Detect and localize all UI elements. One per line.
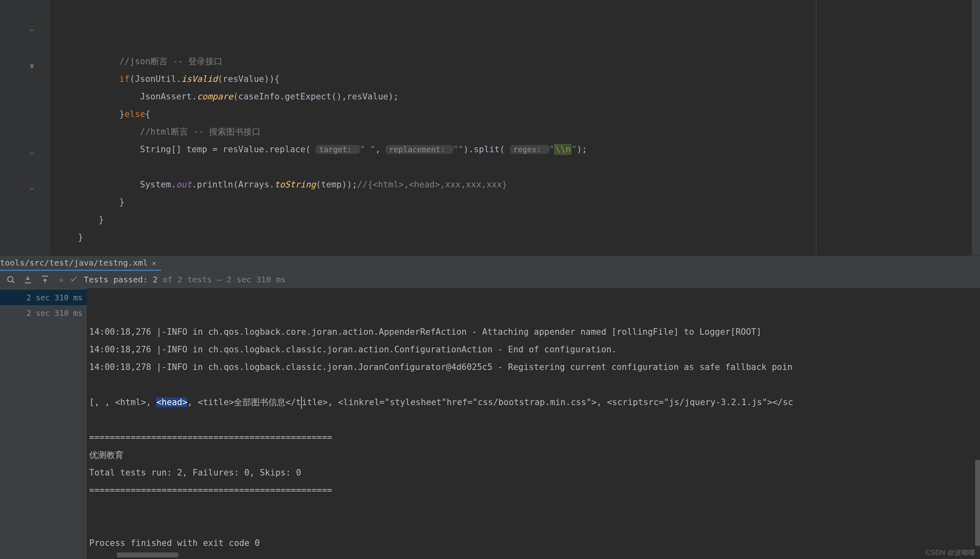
console-line: Total tests run: 2, Failures: 0, Skips: … (89, 464, 980, 482)
code-line[interactable]: JsonAssert.compare(caseInfo.getExpect(),… (51, 88, 972, 106)
code-line[interactable]: System.out.println(Arrays.toString(temp)… (51, 176, 972, 194)
console-line: ========================================… (89, 482, 980, 499)
code-line[interactable]: } (51, 229, 972, 246)
vertical-scrollbar[interactable] (975, 460, 980, 546)
fold-icon[interactable] (28, 23, 36, 30)
code-line[interactable]: }else{ (51, 106, 972, 123)
code-line[interactable]: if(JsonUtil.isValid(resValue)){ (51, 70, 972, 88)
code-editor-pane: //json断言 -- 登录接口 if(JsonUtil.isValid(res… (0, 0, 980, 255)
import-icon[interactable] (22, 274, 34, 285)
fold-up-icon[interactable] (28, 146, 36, 153)
check-icon (69, 274, 78, 285)
console-line: 14:00:18,278 |-INFO in ch.qos.logback.cl… (89, 358, 980, 376)
code-line[interactable]: String[] temp = resValue.replace( target… (51, 141, 972, 158)
fold-up-icon[interactable] (28, 181, 36, 188)
code-line[interactable]: } (51, 194, 972, 211)
test-tree-row[interactable]: 2 sec 310 ms (0, 290, 87, 305)
export-icon[interactable] (39, 274, 51, 285)
editor-gutter[interactable] (0, 0, 51, 255)
console-line (89, 376, 980, 394)
tests-passed-count: 2 (153, 275, 157, 284)
svg-point-0 (8, 277, 13, 282)
code-line[interactable]: } (51, 211, 972, 229)
tests-meta: of 2 tests – 2 sec 310 ms (163, 275, 286, 284)
editor-content[interactable]: //json断言 -- 登录接口 if(JsonUtil.isValid(res… (51, 0, 972, 255)
lamp-icon[interactable] (28, 58, 36, 65)
console-line (89, 411, 980, 429)
run-config-path: tools/src/test/java/testng.xml (0, 258, 148, 268)
watermark: CSDN @波嘟嘟 (926, 548, 975, 557)
run-config-tab[interactable]: tools/src/test/java/testng.xml ✕ (0, 256, 161, 271)
console-line (89, 499, 980, 517)
console-line: Process finished with exit code 0 (89, 534, 980, 552)
code-line[interactable]: //html断言 -- 搜索图书接口 (51, 123, 972, 141)
code-line[interactable] (51, 158, 972, 176)
close-icon[interactable]: ✕ (152, 259, 156, 267)
console-output[interactable]: 14:00:18,276 |-INFO in ch.qos.logback.co… (87, 288, 980, 559)
code-line[interactable]: //json断言 -- 登录接口 (51, 53, 972, 70)
console-line: 14:00:18,276 |-INFO in ch.qos.logback.co… (89, 323, 980, 341)
console-line: 优测教育 (89, 446, 980, 464)
horizontal-scrollbar[interactable] (117, 552, 178, 557)
console-line (89, 552, 980, 559)
console-line: ========================================… (89, 429, 980, 446)
text-caret (301, 397, 302, 409)
rerun-icon[interactable] (5, 274, 16, 285)
results-pane: 2 sec 310 ms2 sec 310 ms 14:00:18,276 |-… (0, 288, 980, 559)
tests-passed-label: Tests passed: (84, 275, 148, 284)
test-tree-row[interactable]: 2 sec 310 ms (0, 305, 87, 321)
test-tree[interactable]: 2 sec 310 ms2 sec 310 ms (0, 288, 87, 559)
console-line: 14:00:18,276 |-INFO in ch.qos.logback.cl… (89, 341, 980, 358)
gear-icon[interactable] (964, 258, 974, 270)
console-selection: <head> (156, 397, 187, 407)
editor-right-rail[interactable] (972, 0, 980, 255)
console-line (89, 517, 980, 534)
console-line: [, , <html>, <head>, <title>全部图书信息</titl… (89, 394, 980, 411)
chevron-right-icon[interactable]: » (59, 275, 63, 284)
run-panel-tabbar: tools/src/test/java/testng.xml ✕ (0, 255, 980, 271)
test-toolbar: » Tests passed: 2 of 2 tests – 2 sec 310… (0, 271, 980, 288)
